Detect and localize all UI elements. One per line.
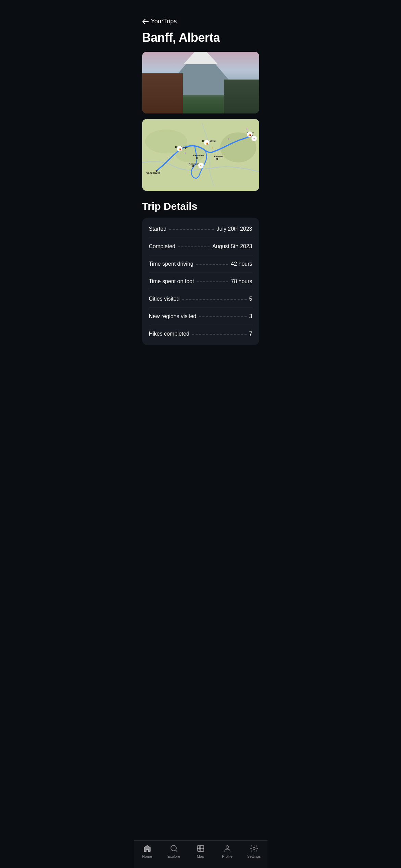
trip-details-card: Started July 20th 2023 Completed August … [142, 218, 259, 345]
svg-point-2 [220, 132, 256, 162]
svg-text:Nelson: Nelson [213, 155, 222, 158]
detail-row-driving: Time spent driving 42 hours [149, 255, 252, 273]
detail-value-started: July 20th 2023 [216, 226, 252, 232]
page-title: Banff, Alberta [134, 29, 267, 52]
detail-row-cities: Cities visited 5 [149, 290, 252, 308]
svg-text:✦: ✦ [200, 165, 202, 167]
detail-value-cities: 5 [249, 296, 252, 302]
detail-value-driving: 42 hours [231, 261, 252, 267]
svg-text:✦: ✦ [253, 137, 255, 140]
detail-dots [169, 229, 214, 230]
svg-text:⛺: ⛺ [178, 147, 182, 150]
detail-label-regions: New regions visited [149, 313, 197, 320]
detail-label-driving: Time spent driving [149, 261, 193, 267]
svg-point-7 [196, 157, 197, 159]
svg-text:⛺: ⛺ [205, 141, 209, 145]
detail-label-foot: Time spent on foot [149, 278, 194, 285]
detail-dots-2 [178, 246, 210, 247]
detail-dots-5 [182, 299, 246, 300]
back-button[interactable]: YourTrips [142, 18, 177, 25]
svg-point-9 [216, 158, 218, 160]
svg-text:Vancouver: Vancouver [146, 171, 160, 174]
detail-dots-4 [197, 281, 228, 282]
svg-text:Kelowna: Kelowna [193, 154, 204, 157]
hero-image [142, 52, 259, 113]
svg-text:⛺: ⛺ [248, 133, 252, 136]
detail-value-hikes: 7 [249, 331, 252, 337]
detail-label-completed: Completed [149, 243, 175, 250]
detail-row-foot: Time spent on foot 78 hours [149, 273, 252, 290]
trip-map[interactable]: Vancouver Kamloops Revelstoke Kelowna Pe… [142, 119, 259, 191]
svg-text:✦: ✦ [184, 152, 186, 154]
svg-text:✦: ✦ [227, 138, 229, 140]
detail-row-hikes: Hikes completed 7 [149, 325, 252, 342]
svg-text:✦: ✦ [199, 169, 201, 171]
detail-label-hikes: Hikes completed [149, 331, 189, 337]
status-bar [134, 0, 267, 15]
detail-row-started: Started July 20th 2023 [149, 220, 252, 238]
top-nav: YourTrips [134, 15, 267, 29]
detail-dots-3 [196, 264, 228, 265]
detail-row-completed: Completed August 5th 2023 [149, 238, 252, 255]
detail-dots-7 [192, 334, 247, 335]
detail-value-foot: 78 hours [231, 278, 252, 285]
detail-row-regions: New regions visited 3 [149, 308, 252, 325]
back-label: YourTrips [151, 18, 177, 25]
detail-value-regions: 3 [249, 313, 252, 320]
trip-details-heading: Trip Details [134, 201, 267, 218]
svg-text:✦: ✦ [211, 147, 213, 149]
detail-dots-6 [199, 316, 246, 317]
detail-label-cities: Cities visited [149, 296, 180, 302]
svg-text:✦: ✦ [246, 128, 248, 130]
detail-label-started: Started [149, 226, 167, 232]
detail-value-completed: August 5th 2023 [212, 243, 252, 250]
